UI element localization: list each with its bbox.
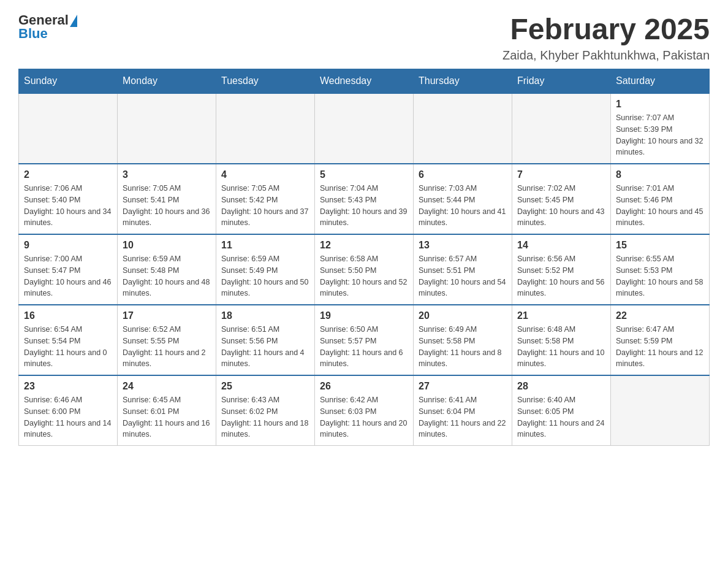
calendar-day-cell bbox=[118, 93, 216, 164]
day-number: 22 bbox=[616, 310, 704, 321]
calendar-day-cell: 15Sunrise: 6:55 AM Sunset: 5:53 PM Dayli… bbox=[611, 234, 710, 305]
logo-triangle-icon bbox=[70, 15, 77, 27]
calendar-day-cell: 16Sunrise: 6:54 AM Sunset: 5:54 PM Dayli… bbox=[19, 305, 118, 375]
weekday-header-monday: Monday bbox=[118, 69, 216, 94]
calendar-week-row: 2Sunrise: 7:06 AM Sunset: 5:40 PM Daylig… bbox=[19, 164, 710, 234]
weekday-header-friday: Friday bbox=[512, 69, 611, 94]
day-number: 2 bbox=[24, 169, 112, 180]
day-number: 7 bbox=[517, 169, 605, 180]
day-info: Sunrise: 7:00 AM Sunset: 5:47 PM Dayligh… bbox=[24, 253, 112, 299]
day-info: Sunrise: 6:56 AM Sunset: 5:52 PM Dayligh… bbox=[517, 253, 605, 299]
calendar-day-cell: 27Sunrise: 6:41 AM Sunset: 6:04 PM Dayli… bbox=[414, 375, 512, 446]
day-info: Sunrise: 6:51 AM Sunset: 5:56 PM Dayligh… bbox=[221, 324, 309, 370]
day-info: Sunrise: 6:54 AM Sunset: 5:54 PM Dayligh… bbox=[24, 324, 112, 370]
day-info: Sunrise: 7:05 AM Sunset: 5:41 PM Dayligh… bbox=[123, 183, 211, 229]
day-number: 25 bbox=[221, 381, 309, 392]
weekday-header-saturday: Saturday bbox=[611, 69, 710, 94]
calendar-day-cell: 5Sunrise: 7:04 AM Sunset: 5:43 PM Daylig… bbox=[315, 164, 414, 234]
calendar-day-cell: 24Sunrise: 6:45 AM Sunset: 6:01 PM Dayli… bbox=[118, 375, 216, 446]
day-number: 11 bbox=[221, 240, 309, 251]
day-info: Sunrise: 6:48 AM Sunset: 5:58 PM Dayligh… bbox=[517, 324, 605, 370]
calendar-day-cell: 2Sunrise: 7:06 AM Sunset: 5:40 PM Daylig… bbox=[19, 164, 118, 234]
day-info: Sunrise: 6:50 AM Sunset: 5:57 PM Dayligh… bbox=[320, 324, 408, 370]
day-info: Sunrise: 7:04 AM Sunset: 5:43 PM Dayligh… bbox=[320, 183, 408, 229]
day-number: 12 bbox=[320, 240, 408, 251]
day-number: 21 bbox=[517, 310, 605, 321]
calendar-subtitle: Zaida, Khyber Pakhtunkhwa, Pakistan bbox=[502, 48, 710, 63]
day-info: Sunrise: 7:07 AM Sunset: 5:39 PM Dayligh… bbox=[616, 112, 704, 158]
calendar-day-cell: 6Sunrise: 7:03 AM Sunset: 5:44 PM Daylig… bbox=[414, 164, 512, 234]
day-info: Sunrise: 6:43 AM Sunset: 6:02 PM Dayligh… bbox=[221, 394, 309, 440]
calendar-table: SundayMondayTuesdayWednesdayThursdayFrid… bbox=[18, 69, 710, 446]
day-info: Sunrise: 6:40 AM Sunset: 6:05 PM Dayligh… bbox=[517, 394, 605, 440]
weekday-header-thursday: Thursday bbox=[414, 69, 512, 94]
day-number: 17 bbox=[123, 310, 211, 321]
day-number: 5 bbox=[320, 169, 408, 180]
logo: General Blue bbox=[18, 12, 77, 42]
calendar-day-cell: 22Sunrise: 6:47 AM Sunset: 5:59 PM Dayli… bbox=[611, 305, 710, 375]
day-number: 9 bbox=[24, 240, 112, 251]
calendar-day-cell bbox=[19, 93, 118, 164]
calendar-day-cell: 20Sunrise: 6:49 AM Sunset: 5:58 PM Dayli… bbox=[414, 305, 512, 375]
weekday-header-sunday: Sunday bbox=[19, 69, 118, 94]
day-info: Sunrise: 7:02 AM Sunset: 5:45 PM Dayligh… bbox=[517, 183, 605, 229]
calendar-day-cell: 21Sunrise: 6:48 AM Sunset: 5:58 PM Dayli… bbox=[512, 305, 611, 375]
calendar-day-cell: 19Sunrise: 6:50 AM Sunset: 5:57 PM Dayli… bbox=[315, 305, 414, 375]
calendar-day-cell: 17Sunrise: 6:52 AM Sunset: 5:55 PM Dayli… bbox=[118, 305, 216, 375]
day-number: 8 bbox=[616, 169, 704, 180]
weekday-header-wednesday: Wednesday bbox=[315, 69, 414, 94]
calendar-day-cell: 4Sunrise: 7:05 AM Sunset: 5:42 PM Daylig… bbox=[216, 164, 315, 234]
day-number: 6 bbox=[419, 169, 507, 180]
calendar-day-cell: 9Sunrise: 7:00 AM Sunset: 5:47 PM Daylig… bbox=[19, 234, 118, 305]
calendar-day-cell: 1Sunrise: 7:07 AM Sunset: 5:39 PM Daylig… bbox=[611, 93, 710, 164]
day-info: Sunrise: 7:03 AM Sunset: 5:44 PM Dayligh… bbox=[419, 183, 507, 229]
calendar-day-cell: 12Sunrise: 6:58 AM Sunset: 5:50 PM Dayli… bbox=[315, 234, 414, 305]
calendar-week-row: 16Sunrise: 6:54 AM Sunset: 5:54 PM Dayli… bbox=[19, 305, 710, 375]
calendar-day-cell: 28Sunrise: 6:40 AM Sunset: 6:05 PM Dayli… bbox=[512, 375, 611, 446]
day-number: 20 bbox=[419, 310, 507, 321]
calendar-day-cell bbox=[611, 375, 710, 446]
day-info: Sunrise: 7:05 AM Sunset: 5:42 PM Dayligh… bbox=[221, 183, 309, 229]
page-header: General Blue February 2025 Zaida, Khyber… bbox=[18, 12, 710, 63]
day-info: Sunrise: 6:41 AM Sunset: 6:04 PM Dayligh… bbox=[419, 394, 507, 440]
day-number: 26 bbox=[320, 381, 408, 392]
day-info: Sunrise: 6:59 AM Sunset: 5:49 PM Dayligh… bbox=[221, 253, 309, 299]
day-info: Sunrise: 7:01 AM Sunset: 5:46 PM Dayligh… bbox=[616, 183, 704, 229]
day-number: 4 bbox=[221, 169, 309, 180]
calendar-day-cell: 25Sunrise: 6:43 AM Sunset: 6:02 PM Dayli… bbox=[216, 375, 315, 446]
title-section: February 2025 Zaida, Khyber Pakhtunkhwa,… bbox=[502, 12, 710, 63]
calendar-day-cell: 7Sunrise: 7:02 AM Sunset: 5:45 PM Daylig… bbox=[512, 164, 611, 234]
calendar-day-cell: 8Sunrise: 7:01 AM Sunset: 5:46 PM Daylig… bbox=[611, 164, 710, 234]
day-info: Sunrise: 6:49 AM Sunset: 5:58 PM Dayligh… bbox=[419, 324, 507, 370]
calendar-header-row: SundayMondayTuesdayWednesdayThursdayFrid… bbox=[19, 69, 710, 94]
calendar-day-cell: 3Sunrise: 7:05 AM Sunset: 5:41 PM Daylig… bbox=[118, 164, 216, 234]
day-number: 1 bbox=[616, 99, 704, 110]
day-number: 10 bbox=[123, 240, 211, 251]
calendar-day-cell bbox=[315, 93, 414, 164]
day-info: Sunrise: 7:06 AM Sunset: 5:40 PM Dayligh… bbox=[24, 183, 112, 229]
logo-blue-text: Blue bbox=[18, 26, 48, 42]
calendar-day-cell: 13Sunrise: 6:57 AM Sunset: 5:51 PM Dayli… bbox=[414, 234, 512, 305]
day-number: 24 bbox=[123, 381, 211, 392]
day-info: Sunrise: 6:57 AM Sunset: 5:51 PM Dayligh… bbox=[419, 253, 507, 299]
calendar-day-cell bbox=[216, 93, 315, 164]
day-info: Sunrise: 6:42 AM Sunset: 6:03 PM Dayligh… bbox=[320, 394, 408, 440]
calendar-day-cell: 14Sunrise: 6:56 AM Sunset: 5:52 PM Dayli… bbox=[512, 234, 611, 305]
calendar-day-cell: 10Sunrise: 6:59 AM Sunset: 5:48 PM Dayli… bbox=[118, 234, 216, 305]
day-info: Sunrise: 6:55 AM Sunset: 5:53 PM Dayligh… bbox=[616, 253, 704, 299]
calendar-week-row: 9Sunrise: 7:00 AM Sunset: 5:47 PM Daylig… bbox=[19, 234, 710, 305]
day-number: 3 bbox=[123, 169, 211, 180]
calendar-week-row: 23Sunrise: 6:46 AM Sunset: 6:00 PM Dayli… bbox=[19, 375, 710, 446]
day-number: 27 bbox=[419, 381, 507, 392]
day-info: Sunrise: 6:46 AM Sunset: 6:00 PM Dayligh… bbox=[24, 394, 112, 440]
calendar-title: February 2025 bbox=[502, 12, 710, 46]
day-number: 16 bbox=[24, 310, 112, 321]
day-number: 13 bbox=[419, 240, 507, 251]
day-number: 14 bbox=[517, 240, 605, 251]
calendar-day-cell bbox=[414, 93, 512, 164]
day-info: Sunrise: 6:52 AM Sunset: 5:55 PM Dayligh… bbox=[123, 324, 211, 370]
day-number: 28 bbox=[517, 381, 605, 392]
day-number: 15 bbox=[616, 240, 704, 251]
calendar-day-cell: 18Sunrise: 6:51 AM Sunset: 5:56 PM Dayli… bbox=[216, 305, 315, 375]
calendar-day-cell: 11Sunrise: 6:59 AM Sunset: 5:49 PM Dayli… bbox=[216, 234, 315, 305]
